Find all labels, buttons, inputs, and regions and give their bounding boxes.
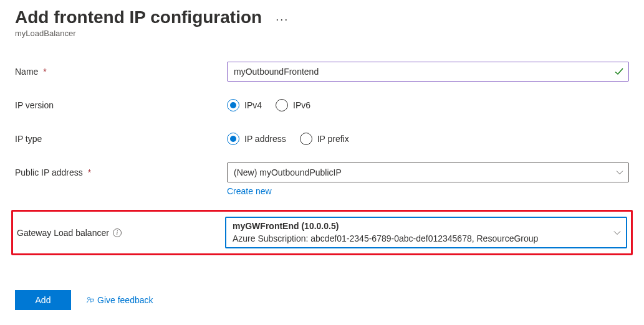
page-title: Add frontend IP configuration — [15, 7, 262, 27]
radio-ipv6[interactable]: IPv6 — [276, 99, 310, 111]
radio-ip-address[interactable]: IP address — [227, 133, 286, 145]
create-new-link[interactable]: Create new — [227, 186, 272, 196]
gateway-lb-value-detail: Azure Subscription: abcdef01-2345-6789-0… — [233, 233, 607, 245]
ip-type-radio-group: IP address IP prefix — [227, 129, 629, 149]
gateway-lb-select[interactable]: myGWFrontEnd (10.0.0.5) Azure Subscripti… — [225, 217, 627, 248]
ip-type-label: IP type — [15, 133, 227, 145]
public-ip-label: Public IP address* — [15, 162, 227, 179]
name-label: Name* — [15, 65, 227, 78]
radio-ipv4[interactable]: IPv4 — [227, 99, 262, 111]
name-input[interactable] — [227, 62, 629, 82]
public-ip-select[interactable]: (New) myOutboundPublicIP — [227, 162, 629, 182]
more-actions-button[interactable]: ··· — [272, 14, 292, 25]
feedback-icon — [86, 296, 95, 304]
gateway-lb-value-name: myGWFrontEnd (10.0.0.5) — [233, 220, 607, 233]
gateway-lb-row: Gateway Load balancer i myGWFrontEnd (10… — [11, 210, 633, 255]
ip-version-label: IP version — [15, 99, 227, 111]
chevron-down-icon — [613, 229, 621, 237]
give-feedback-link[interactable]: Give feedback — [86, 295, 153, 305]
radio-ip-prefix[interactable]: IP prefix — [300, 133, 349, 145]
resource-subtitle: myLoadBalancer — [15, 29, 629, 38]
chevron-down-icon — [616, 169, 623, 176]
ip-version-radio-group: IPv4 IPv6 — [227, 95, 629, 115]
add-button[interactable]: Add — [15, 290, 71, 310]
gateway-lb-label: Gateway Load balancer i — [17, 227, 225, 239]
check-icon — [614, 67, 624, 77]
info-icon[interactable]: i — [113, 228, 122, 237]
svg-point-0 — [87, 298, 90, 300]
